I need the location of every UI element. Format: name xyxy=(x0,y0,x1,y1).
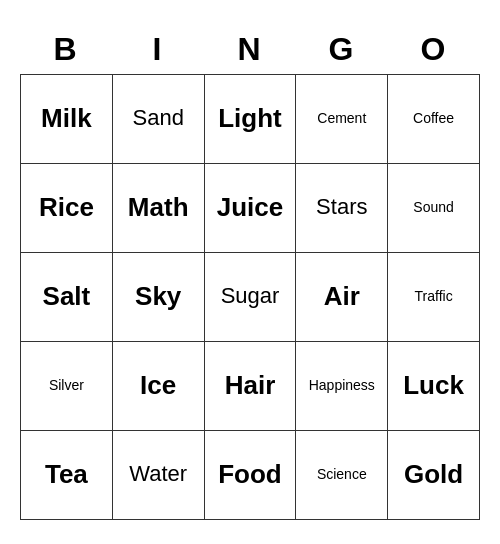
cell-text-3-2: Hair xyxy=(225,370,276,401)
bingo-cell-3-4: Luck xyxy=(388,342,479,430)
bingo-cell-2-4: Traffic xyxy=(388,253,479,341)
cell-text-1-3: Stars xyxy=(316,194,367,220)
bingo-cell-4-4: Gold xyxy=(388,431,479,519)
bingo-row-2: SaltSkySugarAirTraffic xyxy=(21,253,479,342)
cell-text-4-3: Science xyxy=(317,466,367,483)
cell-text-3-1: Ice xyxy=(140,370,176,401)
cell-text-2-3: Air xyxy=(324,281,360,312)
header-letter-G: G xyxy=(296,25,388,74)
bingo-cell-4-0: Tea xyxy=(21,431,113,519)
bingo-cell-3-1: Ice xyxy=(113,342,205,430)
cell-text-2-2: Sugar xyxy=(221,283,280,309)
cell-text-2-4: Traffic xyxy=(415,288,453,305)
cell-text-1-1: Math xyxy=(128,192,189,223)
bingo-cell-1-1: Math xyxy=(113,164,205,252)
cell-text-4-4: Gold xyxy=(404,459,463,490)
header-letter-I: I xyxy=(112,25,204,74)
cell-text-1-2: Juice xyxy=(217,192,284,223)
cell-text-2-1: Sky xyxy=(135,281,181,312)
cell-text-0-0: Milk xyxy=(41,103,92,134)
bingo-cell-4-1: Water xyxy=(113,431,205,519)
bingo-cell-0-1: Sand xyxy=(113,75,205,163)
header-letter-O: O xyxy=(388,25,480,74)
bingo-cell-3-0: Silver xyxy=(21,342,113,430)
bingo-row-0: MilkSandLightCementCoffee xyxy=(21,75,479,164)
bingo-header: BINGO xyxy=(20,25,480,74)
bingo-cell-1-3: Stars xyxy=(296,164,388,252)
cell-text-4-2: Food xyxy=(218,459,282,490)
bingo-cell-2-2: Sugar xyxy=(205,253,297,341)
cell-text-4-0: Tea xyxy=(45,459,88,490)
bingo-row-4: TeaWaterFoodScienceGold xyxy=(21,431,479,519)
cell-text-4-1: Water xyxy=(129,461,187,487)
cell-text-3-4: Luck xyxy=(403,370,464,401)
bingo-cell-1-0: Rice xyxy=(21,164,113,252)
bingo-board: BINGO MilkSandLightCementCoffeeRiceMathJ… xyxy=(10,15,490,530)
bingo-grid: MilkSandLightCementCoffeeRiceMathJuiceSt… xyxy=(20,74,480,520)
bingo-cell-0-3: Cement xyxy=(296,75,388,163)
header-letter-B: B xyxy=(20,25,112,74)
bingo-cell-0-4: Coffee xyxy=(388,75,479,163)
bingo-cell-1-2: Juice xyxy=(205,164,297,252)
bingo-cell-4-2: Food xyxy=(205,431,297,519)
cell-text-1-0: Rice xyxy=(39,192,94,223)
bingo-cell-3-2: Hair xyxy=(205,342,297,430)
cell-text-0-3: Cement xyxy=(317,110,366,127)
cell-text-0-4: Coffee xyxy=(413,110,454,127)
cell-text-3-3: Happiness xyxy=(309,377,375,394)
bingo-cell-1-4: Sound xyxy=(388,164,479,252)
cell-text-2-0: Salt xyxy=(43,281,91,312)
bingo-row-1: RiceMathJuiceStarsSound xyxy=(21,164,479,253)
bingo-cell-0-0: Milk xyxy=(21,75,113,163)
bingo-cell-2-3: Air xyxy=(296,253,388,341)
cell-text-1-4: Sound xyxy=(413,199,453,216)
cell-text-3-0: Silver xyxy=(49,377,84,394)
bingo-cell-0-2: Light xyxy=(205,75,297,163)
header-letter-N: N xyxy=(204,25,296,74)
bingo-cell-3-3: Happiness xyxy=(296,342,388,430)
bingo-cell-2-0: Salt xyxy=(21,253,113,341)
bingo-cell-4-3: Science xyxy=(296,431,388,519)
bingo-cell-2-1: Sky xyxy=(113,253,205,341)
cell-text-0-1: Sand xyxy=(133,105,184,131)
cell-text-0-2: Light xyxy=(218,103,282,134)
bingo-row-3: SilverIceHairHappinessLuck xyxy=(21,342,479,431)
